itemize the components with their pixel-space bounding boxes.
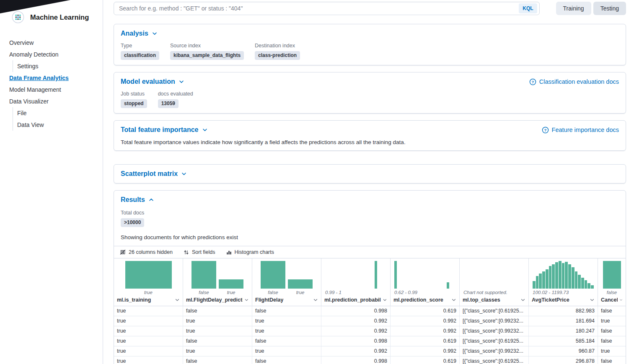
field-label: Type bbox=[121, 42, 159, 49]
table-row: truetruetrue0.9920.992[{"class_score":[0… bbox=[114, 346, 626, 356]
sort-fields-icon bbox=[184, 250, 189, 255]
table-cell: 0.992 bbox=[321, 346, 391, 356]
sidebar-item-file[interactable]: File bbox=[13, 107, 103, 119]
field-value-badge: class-prediction bbox=[255, 51, 300, 60]
column-menu-chevron-icon[interactable] bbox=[619, 297, 623, 302]
grid-header-row: trueml.is_trainingfalsetrueml.FlightDela… bbox=[114, 258, 626, 306]
column-name: ml.FlightDelay_prediction bbox=[186, 297, 243, 303]
sidebar-item-anomaly-detection[interactable]: Anomaly Detection bbox=[0, 49, 103, 60]
table-cell: [{"class_score":[0.61925... bbox=[460, 306, 529, 316]
results-grid: 26 columns hidden Sort fields Histogram … bbox=[114, 246, 626, 364]
table-cell: 882.983 bbox=[529, 306, 598, 316]
column-histogram: falsetrue bbox=[183, 261, 252, 296]
feature-importance-docs-link[interactable]: ? Feature importance docs bbox=[542, 126, 619, 134]
column-histogram: false bbox=[598, 261, 626, 296]
table-cell: 0.998 bbox=[321, 336, 391, 346]
grid-column-header[interactable]: falsetrueFlightDelay bbox=[252, 258, 321, 306]
model-evaluation-panel-toggle[interactable]: Model evaluation bbox=[121, 77, 184, 86]
table-cell: true bbox=[114, 316, 183, 326]
grid-column-header[interactable]: Chart not supported.ml.top_classes bbox=[460, 258, 529, 306]
table-cell: [{"class_score":[0.61925... bbox=[460, 336, 529, 346]
field-value-badge: stopped bbox=[121, 99, 147, 108]
table-row: truetruetrue0.9920.992[{"class_score":[0… bbox=[114, 326, 626, 336]
histogram-charts-button[interactable]: Histogram charts bbox=[226, 249, 274, 255]
model-evaluation-panel-title: Model evaluation bbox=[121, 77, 175, 86]
table-cell: 0.992 bbox=[391, 346, 460, 356]
results-panel: Results Total docs >10000 Showing docume… bbox=[114, 190, 626, 364]
table-cell: 585.184 bbox=[529, 336, 598, 346]
sidebar-item-overview[interactable]: Overview bbox=[0, 37, 103, 49]
documentation-icon: ? bbox=[542, 126, 549, 134]
classification-evaluation-docs-link[interactable]: ? Classification evaluation docs bbox=[529, 78, 619, 85]
column-histogram: 0.99 - 1 bbox=[321, 261, 390, 296]
sort-fields-button[interactable]: Sort fields bbox=[184, 249, 215, 255]
field-label: Job status bbox=[121, 90, 147, 97]
table-cell: [{"class_score":[0.99232... bbox=[460, 326, 529, 336]
table-cell: true bbox=[598, 346, 626, 356]
table-cell: [{"class_score":[0.99232... bbox=[460, 346, 529, 356]
table-cell: 181.694 bbox=[529, 316, 598, 326]
sidebar-item-model-management[interactable]: Model Management bbox=[0, 84, 103, 96]
column-menu-chevron-icon[interactable] bbox=[313, 297, 318, 302]
column-name: ml.prediction_probability bbox=[324, 297, 381, 303]
column-menu-chevron-icon[interactable] bbox=[383, 297, 387, 302]
results-subtitle: Showing documents for which predictions … bbox=[121, 234, 619, 240]
table-cell: true bbox=[114, 356, 183, 364]
column-menu-chevron-icon[interactable] bbox=[244, 297, 249, 302]
sidebar-item-settings[interactable]: Settings bbox=[13, 60, 103, 72]
total-docs-badge: >10000 bbox=[121, 218, 144, 227]
table-cell: true bbox=[183, 326, 252, 336]
grid-column-header[interactable]: 0.99 - 1ml.prediction_probability bbox=[321, 258, 391, 306]
feature-importance-panel-toggle[interactable]: Total feature importance bbox=[121, 126, 208, 134]
table-cell: false bbox=[598, 326, 626, 336]
analysis-panel-toggle[interactable]: Analysis bbox=[121, 29, 158, 38]
column-histogram: falsetrue bbox=[252, 261, 321, 296]
kql-button[interactable]: KQL bbox=[519, 3, 537, 13]
field-label: docs evaluated bbox=[158, 90, 193, 97]
grid-column-header[interactable]: falseCancelled bbox=[598, 258, 626, 306]
table-row: truefalsefalse0.9980.619[{"class_score":… bbox=[114, 356, 626, 364]
testing-button[interactable]: Testing bbox=[593, 2, 626, 15]
column-histogram: 0.62 - 0.99 bbox=[391, 261, 459, 296]
histogram-bar bbox=[191, 261, 216, 289]
grid-column-header[interactable]: 0.62 - 0.99ml.prediction_score bbox=[391, 258, 460, 306]
table-cell: 0.992 bbox=[321, 326, 391, 336]
sidebar-item-data-visualizer[interactable]: Data Visualizer bbox=[0, 96, 103, 107]
sidebar-item-data-frame-analytics[interactable]: Data Frame Analytics bbox=[0, 72, 103, 84]
search-box[interactable]: KQL bbox=[114, 2, 540, 15]
results-panel-title: Results bbox=[121, 196, 145, 204]
column-menu-chevron-icon[interactable] bbox=[451, 297, 456, 302]
search-input[interactable] bbox=[119, 5, 519, 12]
grid-column-header[interactable]: falsetrueml.FlightDelay_prediction bbox=[183, 258, 252, 306]
column-name: Cancelled bbox=[601, 297, 618, 303]
table-cell: true bbox=[114, 306, 183, 316]
histogram-bar bbox=[219, 279, 243, 289]
column-menu-chevron-icon[interactable] bbox=[175, 297, 180, 302]
column-histogram: Chart not supported. bbox=[460, 261, 528, 296]
training-button[interactable]: Training bbox=[556, 2, 591, 15]
scatterplot-matrix-panel-toggle[interactable]: Scatterplot matrix bbox=[121, 170, 187, 178]
analysis-panel: Analysis Type classification Source inde… bbox=[114, 24, 626, 65]
column-name: ml.is_training bbox=[117, 297, 151, 303]
histogram-charts-icon bbox=[226, 250, 232, 255]
table-row: truefalsefalse0.9980.619[{"class_score":… bbox=[114, 336, 626, 346]
table-cell: 0.992 bbox=[321, 316, 391, 326]
field-total-docs: Total docs >10000 bbox=[121, 209, 144, 227]
column-menu-chevron-icon[interactable] bbox=[520, 297, 525, 302]
column-name: FlightDelay bbox=[255, 297, 283, 303]
grid-column-header[interactable]: trueml.is_training bbox=[114, 258, 183, 306]
results-panel-toggle[interactable]: Results bbox=[121, 196, 154, 204]
columns-hidden-button[interactable]: 26 columns hidden bbox=[120, 249, 173, 255]
field-job-status: Job status stopped bbox=[121, 90, 147, 108]
table-cell: 0.998 bbox=[321, 356, 391, 364]
column-menu-chevron-icon[interactable] bbox=[590, 297, 595, 302]
table-cell: true bbox=[252, 346, 321, 356]
grid-column-header[interactable]: 100.02 - 1199.73AvgTicketPrice bbox=[529, 258, 598, 306]
table-cell: true bbox=[114, 326, 183, 336]
chevron-down-icon bbox=[179, 79, 184, 85]
table-cell: 0.619 bbox=[391, 306, 460, 316]
sidebar: Machine Learning Overview Anomaly Detect… bbox=[0, 0, 103, 364]
sidebar-item-data-view[interactable]: Data View bbox=[13, 119, 103, 131]
field-label: Destination index bbox=[255, 42, 300, 49]
grid-toolbar: 26 columns hidden Sort fields Histogram … bbox=[114, 246, 626, 258]
